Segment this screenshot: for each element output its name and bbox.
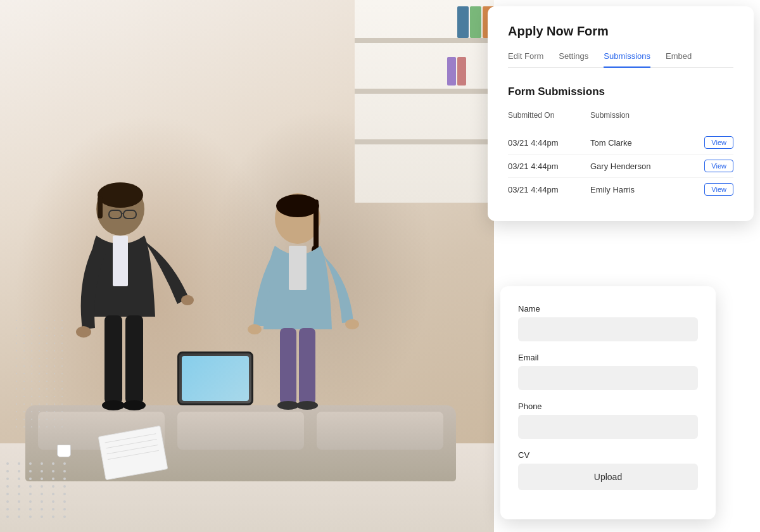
dot-grid-decoration: // Will be populated via JS below xyxy=(6,462,57,526)
dot xyxy=(29,500,32,503)
dot xyxy=(52,493,54,495)
dot xyxy=(63,508,66,510)
dot xyxy=(29,462,32,465)
field-label-email: Email xyxy=(518,353,698,362)
dot xyxy=(18,508,20,510)
dot xyxy=(18,500,20,503)
form-field-phone: Phone xyxy=(518,402,698,439)
table-header: Submitted On Submission xyxy=(508,111,733,125)
dot xyxy=(29,493,32,495)
field-label-cv: CV xyxy=(518,450,698,460)
svg-point-18 xyxy=(248,324,262,334)
shelf-line xyxy=(355,89,494,94)
table-row: 03/21 4:44pm Emily Harris View xyxy=(508,178,733,201)
svg-rect-21 xyxy=(299,328,315,404)
dot xyxy=(18,470,20,472)
tablet-screen xyxy=(182,356,249,401)
dot xyxy=(6,493,9,495)
form-field-cv: CV Upload xyxy=(518,450,698,490)
svg-rect-2 xyxy=(98,196,103,218)
binder xyxy=(447,57,456,86)
dot xyxy=(29,478,32,480)
shelf-line xyxy=(355,139,494,144)
cell-date: 03/21 4:44pm xyxy=(508,138,590,148)
binder xyxy=(457,57,466,86)
svg-rect-10 xyxy=(125,315,143,404)
svg-rect-20 xyxy=(280,328,296,404)
dot xyxy=(63,516,66,518)
tab-settings[interactable]: Settings xyxy=(559,51,588,67)
dot xyxy=(18,478,20,480)
cell-date: 03/21 4:44pm xyxy=(508,162,590,171)
dot xyxy=(29,516,32,518)
person-left-silhouette xyxy=(51,152,215,481)
form-fields-container: Name Email Phone CV Upload xyxy=(518,304,698,490)
table-row: 03/21 4:44pm Tom Clarke View xyxy=(508,131,733,155)
cell-name: Gary Henderson xyxy=(590,162,695,171)
dot xyxy=(63,485,66,488)
col-header-date: Submitted On xyxy=(508,111,590,120)
dot xyxy=(52,516,54,518)
tab-embed[interactable]: Embed xyxy=(666,51,692,67)
field-input-name[interactable] xyxy=(518,317,698,341)
section-title: Form Submissions xyxy=(508,86,733,98)
dot xyxy=(41,470,43,472)
tabs-row: Edit Form Settings Submissions Embed xyxy=(508,51,733,68)
upload-button[interactable]: Upload xyxy=(518,464,698,490)
svg-point-14 xyxy=(276,194,319,217)
dot xyxy=(6,478,9,480)
svg-rect-15 xyxy=(314,200,319,250)
tablet xyxy=(177,352,253,405)
dot xyxy=(6,485,9,488)
cell-name: Tom Clarke xyxy=(590,138,695,148)
svg-point-8 xyxy=(181,295,194,305)
dot xyxy=(63,500,66,503)
cell-action: View xyxy=(695,160,733,172)
dot xyxy=(41,485,43,488)
dot xyxy=(29,508,32,510)
view-button[interactable]: View xyxy=(704,183,733,196)
shelf-line xyxy=(355,38,494,43)
form-field-name: Name xyxy=(518,304,698,341)
dot xyxy=(41,508,43,510)
table-row: 03/21 4:44pm Gary Henderson View xyxy=(508,155,733,178)
dot xyxy=(18,485,20,488)
dot xyxy=(6,470,9,472)
svg-point-12 xyxy=(123,400,146,410)
dot xyxy=(18,493,20,495)
view-button[interactable]: View xyxy=(704,136,733,149)
tab-edit-form[interactable]: Edit Form xyxy=(508,51,543,67)
form-field-email: Email xyxy=(518,353,698,390)
field-label-phone: Phone xyxy=(518,402,698,411)
dot xyxy=(6,516,9,518)
svg-rect-9 xyxy=(104,315,122,404)
dot xyxy=(18,516,20,518)
dot xyxy=(29,485,32,488)
col-header-submission: Submission xyxy=(590,111,695,120)
svg-rect-6 xyxy=(113,236,128,286)
view-button[interactable]: View xyxy=(704,160,733,172)
svg-point-22 xyxy=(277,401,299,410)
cell-action: View xyxy=(695,183,733,196)
dot xyxy=(29,470,32,472)
binder xyxy=(470,6,481,38)
svg-point-7 xyxy=(76,326,91,338)
form-card: Name Email Phone CV Upload xyxy=(500,286,716,519)
dot xyxy=(41,478,43,480)
svg-point-11 xyxy=(102,400,125,410)
dot xyxy=(6,462,9,465)
dot xyxy=(41,500,43,503)
dot xyxy=(41,516,43,518)
dot xyxy=(52,500,54,503)
binder xyxy=(457,6,469,38)
tab-submissions[interactable]: Submissions xyxy=(604,51,650,67)
dot xyxy=(41,462,43,465)
person-right-silhouette xyxy=(215,165,380,481)
field-input-email[interactable] xyxy=(518,366,698,390)
submissions-card: Apply Now Form Edit Form Settings Submis… xyxy=(488,6,754,221)
dot xyxy=(52,485,54,488)
field-input-phone[interactable] xyxy=(518,415,698,439)
dot xyxy=(41,493,43,495)
field-label-name: Name xyxy=(518,304,698,314)
cell-name: Emily Harris xyxy=(590,185,695,194)
